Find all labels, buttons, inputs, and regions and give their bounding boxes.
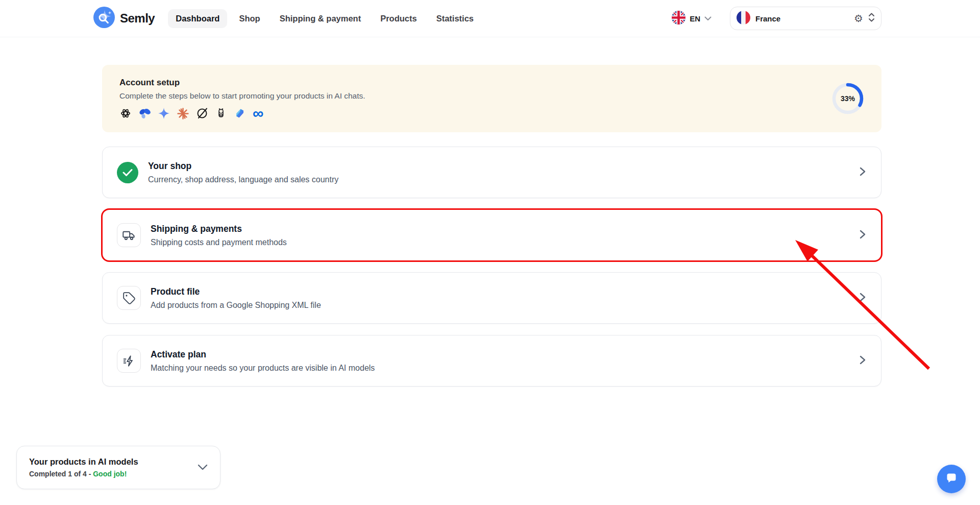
chevron-right-icon [859,355,867,367]
openai-icon [119,107,132,119]
nav-item-products[interactable]: Products [373,9,425,28]
card-subtitle: Currency, shop address, language and sal… [148,175,849,184]
nav-item-shop[interactable]: Shop [231,9,267,28]
semly-logo-icon [93,7,115,30]
chevron-down-icon [704,14,712,23]
main-nav: Dashboard Shop Shipping & payment Produc… [168,9,481,28]
grok-icon [196,107,208,119]
setup-card-activate-plan[interactable]: Activate plan Matching your needs so you… [102,335,881,387]
check-circle-icon [117,162,138,183]
nav-item-dashboard[interactable]: Dashboard [168,9,227,28]
truck-icon [117,223,141,247]
language-selector[interactable]: EN [672,11,712,27]
chevron-right-icon [859,167,867,178]
banner-title: Account setup [119,78,831,88]
card-title: Activate plan [151,349,849,360]
setup-card-shipping-payments[interactable]: Shipping & payments Shipping costs and p… [102,209,881,261]
main-content: Account setup Complete the steps below t… [102,37,881,398]
chat-bubble-icon [944,471,959,487]
banner-subtitle: Complete the steps below to start promot… [119,91,831,101]
chat-widget-button[interactable] [937,465,966,493]
setup-steps-list: Your shop Currency, shop address, langua… [102,147,881,387]
chevron-up-down-icon [868,12,875,25]
nav-item-statistics[interactable]: Statistics [429,9,481,28]
france-flag-icon [737,11,750,27]
llama-icon [215,107,227,119]
bolt-icon [117,349,141,373]
chevron-right-icon [859,230,867,241]
card-subtitle: Shipping costs and payment methods [151,238,849,247]
card-subtitle: Add products from a Google Shopping XML … [151,301,849,310]
setup-progress-ring: 33% [831,82,864,115]
claude-icon [177,107,189,120]
brand-name: Semly [120,11,155,26]
country-selector[interactable]: France ⚙ [730,7,881,30]
nav-item-shipping-payment[interactable]: Shipping & payment [272,9,369,28]
country-name: France [755,14,849,23]
panel-status: Completed 1 of 4 - Good job! [29,470,198,478]
gemini-icon [158,107,170,119]
status-good-job: Good job! [93,470,127,478]
progress-percent-label: 33% [831,82,864,115]
panel-title: Your products in AI models [29,457,198,467]
products-ai-models-panel[interactable]: Your products in AI models Completed 1 o… [16,446,220,489]
card-title: Product file [151,286,849,297]
copilot-icon [234,107,246,119]
setup-card-your-shop[interactable]: Your shop Currency, shop address, langua… [102,147,881,198]
meta-icon: ∞ [253,108,263,119]
card-subtitle: Matching your needs so your products are… [151,364,849,373]
chevron-down-icon[interactable] [198,463,208,472]
top-navbar: Semly Dashboard Shop Shipping & payment … [0,0,980,37]
account-setup-banner: Account setup Complete the steps below t… [102,65,881,132]
uk-flag-icon [672,11,685,27]
brand-logo[interactable]: Semly [93,7,155,30]
gear-icon[interactable]: ⚙ [854,13,863,23]
butterfly-icon [138,107,151,119]
ai-models-icon-row: ∞ [119,107,831,120]
setup-card-product-file[interactable]: Product file Add products from a Google … [102,272,881,324]
tag-icon [117,286,141,310]
chevron-right-icon [859,293,867,304]
language-code: EN [690,14,700,23]
card-title: Shipping & payments [151,224,849,234]
card-title: Your shop [148,161,849,172]
dashboard-page: Semly Dashboard Shop Shipping & payment … [0,0,980,505]
